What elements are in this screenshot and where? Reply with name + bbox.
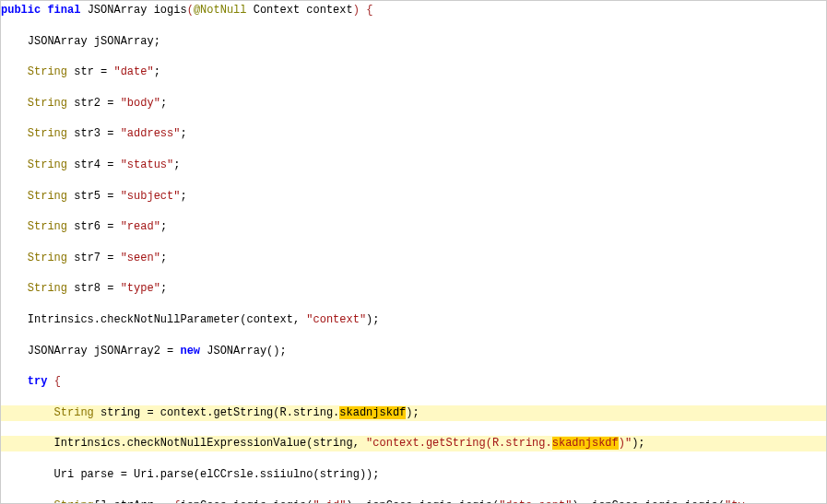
keyword-public: public	[1, 4, 41, 17]
var-type: String	[28, 190, 67, 203]
var-name: string	[100, 406, 140, 419]
var-type: String	[28, 252, 67, 264]
string-literal: "type"	[121, 282, 160, 295]
code-line: String str8 = "type";	[1, 281, 826, 297]
var-name: str	[74, 65, 94, 78]
code-line: try {	[1, 374, 826, 390]
var-name: jSONArray	[94, 35, 154, 48]
var-type: String	[54, 499, 94, 505]
code-line: String str4 = "status";	[1, 158, 826, 173]
code-line: String[] strArr = {ienCeos.iogis.iogis("…	[1, 498, 826, 505]
string-literal: "context"	[306, 313, 366, 326]
param-name: context	[306, 4, 352, 17]
code-line: String str5 = "subject";	[1, 189, 826, 205]
constructor: JSONArray	[207, 345, 266, 357]
string-literal: "body"	[121, 97, 160, 110]
var-type: JSONArray	[28, 345, 88, 357]
var-name: str4	[74, 158, 100, 171]
method-name: iogis	[154, 4, 187, 17]
string-literal: "_id"	[313, 499, 347, 505]
string-literal: "status"	[121, 158, 174, 171]
highlighted-line: String string = context.getString(R.stri…	[1, 405, 826, 421]
highlighted-line: Intrinsics.checkNotNullExpressionValue(s…	[1, 436, 826, 451]
code-line: String str = "date";	[1, 64, 826, 80]
var-name: parse	[80, 468, 113, 481]
string-literal: "date"	[113, 65, 153, 78]
keyword-final: final	[47, 4, 80, 17]
var-name: str5	[74, 190, 100, 203]
var-name: jSONArray2	[94, 345, 160, 357]
code-line: String str2 = "body";	[1, 96, 826, 111]
var-name: str3	[74, 127, 100, 140]
highlighted-word: skadnjskdf	[339, 406, 406, 419]
var-name: strArr	[113, 499, 153, 505]
var-name: str6	[74, 220, 100, 233]
string-literal: "address"	[121, 127, 181, 140]
code-line: Uri parse = Uri.parse(elCCrsle.ssiiulno(…	[1, 467, 826, 483]
code-line: String str6 = "read";	[1, 219, 826, 235]
var-type: String	[28, 97, 67, 110]
var-name: str2	[74, 97, 100, 110]
method-call: Intrinsics.checkNotNullExpressionValue	[54, 437, 307, 450]
annotation-notnull: @NotNull	[194, 4, 247, 17]
keyword-new: new	[180, 345, 200, 357]
method-call: Intrinsics.checkNotNullParameter	[28, 313, 240, 326]
var-type: String	[54, 406, 94, 419]
var-type: String	[28, 65, 67, 78]
code-block: public final JSONArray iogis(@NotNull Co…	[1, 1, 826, 504]
var-name: str7	[74, 252, 100, 264]
var-type: JSONArray	[28, 35, 88, 48]
code-line: String str3 = "address";	[1, 126, 826, 142]
code-line: String str7 = "seen";	[1, 251, 826, 266]
var-type: Uri	[54, 468, 75, 481]
keyword-try: try	[28, 375, 48, 388]
var-name: str8	[74, 282, 100, 295]
var-type: String	[28, 158, 67, 171]
code-line: Intrinsics.checkNotNullParameter(context…	[1, 312, 826, 328]
var-type: String	[28, 127, 67, 140]
string-literal: "read"	[121, 220, 160, 233]
string-literal: "context.getString(R.string.skadnjskdf)"	[366, 437, 632, 450]
string-literal: "date_sent"	[499, 499, 572, 505]
string-literal: "subject"	[121, 190, 181, 203]
param-type: Context	[254, 4, 300, 17]
code-line: JSONArray jSONArray2 = new JSONArray();	[1, 344, 826, 359]
code-line: JSONArray jSONArray;	[1, 34, 826, 50]
return-type: JSONArray	[88, 4, 148, 17]
string-literal: "seen"	[121, 252, 160, 264]
var-type: String	[28, 220, 67, 233]
highlighted-word: skadnjskdf	[552, 437, 619, 450]
code-line: public final JSONArray iogis(@NotNull Co…	[1, 3, 826, 18]
method-call: Uri.parse	[134, 468, 194, 481]
string-literal: "ty	[725, 499, 745, 505]
var-type: String	[28, 282, 67, 295]
method-call: context.getString	[160, 406, 273, 419]
